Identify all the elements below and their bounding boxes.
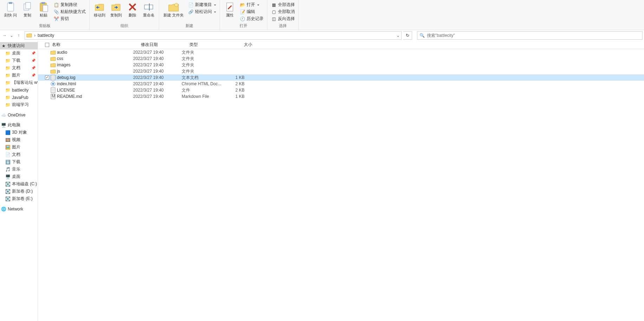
row-checkbox[interactable]: [45, 75, 49, 80]
network-icon: 🌐: [1, 206, 6, 212]
file-type-icon: [50, 68, 56, 74]
sidebar-item[interactable]: 💽本地磁盘 (C:): [0, 180, 38, 188]
table-row[interactable]: LICENSE2022/3/27 19:40文件2 KB: [38, 87, 644, 93]
file-date: 2022/3/27 19:40: [133, 81, 182, 86]
delete-icon: [127, 1, 138, 13]
new-folder-button[interactable]: 新建 文件夹: [161, 1, 186, 18]
copy-to-button[interactable]: 复制到: [108, 1, 124, 18]
file-list: 名称⌃ 修改日期 类型 大小 audio2022/3/27 19:40文件夹cs…: [38, 41, 644, 321]
sidebar-item[interactable]: 📁【瑞客论坛 www.ru: [0, 79, 38, 86]
sidebar-item-label: 图片: [12, 72, 20, 78]
breadcrumb[interactable]: battlecity: [36, 33, 56, 38]
device-icon: 🟦: [5, 130, 11, 135]
sidebar-item[interactable]: 📁桌面📌: [0, 49, 38, 57]
file-date: 2022/3/27 19:40: [133, 62, 182, 67]
file-type-icon: [50, 62, 56, 68]
sidebar-quick-access[interactable]: ★ 快速访问: [0, 42, 38, 49]
select-all-button[interactable]: ▦全部选择: [269, 1, 296, 8]
table-row[interactable]: audio2022/3/27 19:40文件夹: [38, 49, 644, 55]
address-bar[interactable]: › battlecity ⌄: [25, 31, 402, 40]
folder-icon: 📁: [5, 73, 11, 78]
search-input[interactable]: [427, 33, 640, 38]
sidebar-item-label: 前端学习: [12, 102, 29, 108]
search-box[interactable]: 🔍: [417, 31, 643, 40]
sidebar-item[interactable]: 📄文档: [0, 151, 38, 158]
sidebar-network[interactable]: 🌐 Network: [0, 205, 38, 213]
navigation-bar: → ⌄ ↑ › battlecity ⌄ ↻ 🔍: [0, 30, 644, 41]
table-row[interactable]: debug.log2022/3/27 19:40文本文档1 KB: [38, 74, 644, 81]
paste-shortcut-button[interactable]: 📎粘贴快捷方式: [52, 8, 87, 15]
select-all-checkbox[interactable]: [45, 43, 49, 47]
select-none-button[interactable]: ▢全部取消: [269, 8, 296, 15]
sidebar-item-label: 文档: [12, 152, 20, 158]
sidebar-onedrive[interactable]: ☁️ OneDrive: [0, 111, 38, 119]
table-row[interactable]: index.html2022/3/27 19:40Chrome HTML Doc…: [38, 81, 644, 87]
copy-button[interactable]: 复制: [20, 1, 35, 18]
sidebar-item[interactable]: 🖥️桌面: [0, 173, 38, 180]
device-icon: ⬇️: [5, 159, 11, 165]
column-date[interactable]: 修改日期: [139, 42, 187, 48]
sidebar-item[interactable]: ⬇️下载: [0, 158, 38, 166]
column-type[interactable]: 类型: [187, 42, 228, 48]
sidebar-item[interactable]: 🟦3D 对象: [0, 129, 38, 136]
open-button[interactable]: 📂打开: [238, 1, 265, 8]
pin-icon: 📌: [31, 73, 35, 77]
sidebar-item[interactable]: 💽新加卷 (E:): [0, 195, 38, 202]
file-name: LICENSE: [56, 88, 133, 93]
new-item-button[interactable]: 📄新建项目: [187, 1, 217, 8]
rename-button[interactable]: 重命名: [141, 1, 157, 18]
sidebar-item[interactable]: 🎞️视频: [0, 136, 38, 143]
edit-button[interactable]: 📝编辑: [238, 8, 265, 15]
sidebar-item[interactable]: 📁battlecity: [0, 86, 38, 94]
paste-button[interactable]: 粘贴: [36, 1, 51, 18]
copy-to-icon: [111, 1, 122, 13]
sidebar-item[interactable]: 📁JavaPub: [0, 94, 38, 101]
file-name: index.html: [56, 81, 133, 86]
path-icon: 📋: [53, 2, 59, 8]
device-icon: 💽: [5, 181, 11, 187]
sidebar-item[interactable]: 🖼️图片: [0, 143, 38, 151]
ribbon-group-organize: 移动到 复制到 删除 重命名 组织: [90, 0, 159, 30]
sidebar-item[interactable]: 📁前端学习: [0, 101, 38, 108]
easy-access-button[interactable]: 🔗轻松访问: [187, 8, 217, 15]
sidebar-item[interactable]: 🎵音乐: [0, 166, 38, 173]
cut-button[interactable]: ✂️剪切: [52, 15, 87, 22]
sidebar-this-pc[interactable]: 🖥️ 此电脑: [0, 121, 38, 129]
ribbon-group-clipboard: 刻快 问 复制 粘贴 📋复制路径 📎粘贴快捷方式 ✂️剪切 剪贴板: [0, 0, 90, 30]
table-row[interactable]: css2022/3/27 19:40文件夹: [38, 55, 644, 62]
copy-ask-button[interactable]: 刻快 问: [2, 1, 19, 18]
table-row[interactable]: MREADME.md2022/3/27 19:40Markdown File1 …: [38, 93, 644, 100]
file-date: 2022/3/27 19:40: [133, 56, 182, 61]
svg-point-16: [52, 83, 54, 85]
recent-dropdown[interactable]: ⌄: [8, 32, 15, 39]
column-size[interactable]: 大小: [228, 42, 254, 48]
table-row[interactable]: images2022/3/27 19:40文件夹: [38, 62, 644, 68]
file-type: 文本文档: [182, 75, 223, 81]
address-dropdown-icon[interactable]: ⌄: [396, 33, 400, 38]
sidebar-item[interactable]: 📁文档📌: [0, 64, 38, 72]
table-row[interactable]: js2022/3/27 19:40文件夹: [38, 68, 644, 74]
forward-button[interactable]: →: [1, 32, 8, 39]
device-icon: 💽: [5, 196, 11, 202]
refresh-button[interactable]: ↻: [403, 31, 412, 40]
address-chevron-icon[interactable]: ›: [33, 33, 36, 38]
open-icon: 📂: [240, 2, 245, 8]
up-button[interactable]: ↑: [15, 32, 22, 39]
device-icon: 🎞️: [5, 137, 11, 143]
properties-button[interactable]: 属性: [222, 1, 238, 18]
invert-selection-button[interactable]: ◫反向选择: [269, 15, 296, 22]
move-to-button[interactable]: 移动到: [92, 1, 108, 18]
sidebar-item-label: JavaPub: [12, 95, 28, 100]
delete-button[interactable]: 删除: [125, 1, 140, 18]
column-name[interactable]: 名称⌃: [50, 42, 139, 48]
file-size: 2 KB: [223, 81, 247, 86]
copy-path-button[interactable]: 📋复制路径: [52, 1, 87, 8]
sidebar-item[interactable]: 💽新加卷 (D:): [0, 188, 38, 195]
properties-icon: [224, 1, 235, 13]
search-icon: 🔍: [419, 33, 425, 38]
shortcut-icon: 📎: [53, 9, 59, 15]
sidebar-item[interactable]: 📁图片📌: [0, 72, 38, 79]
sidebar-item[interactable]: 📁下载📌: [0, 57, 38, 64]
device-icon: 💽: [5, 189, 11, 194]
history-button[interactable]: 🕘历史记录: [238, 15, 265, 22]
